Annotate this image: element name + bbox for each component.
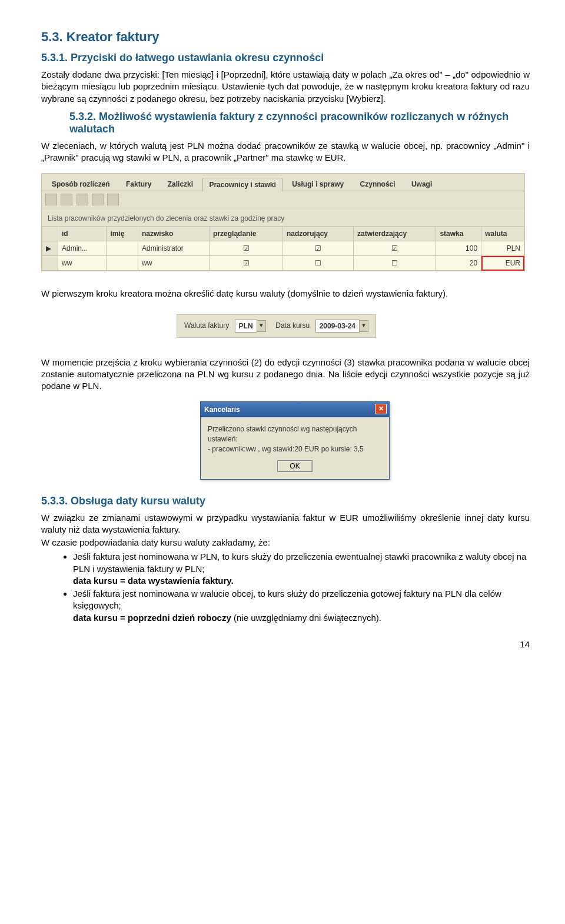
cell-przeg[interactable]: ☑ [210, 241, 283, 256]
dialog-title-text: Kancelaris [204, 406, 240, 414]
tab-bar: Sposób rozliczeń Faktury Zaliczki Pracow… [42, 174, 524, 191]
col-id[interactable]: id [58, 227, 107, 241]
col-przeg[interactable]: przeglądanie [210, 227, 283, 241]
ok-button[interactable]: OK [277, 460, 312, 472]
col-zatw[interactable]: zatwierdzający [354, 227, 436, 241]
rowmark-header [42, 227, 58, 241]
heading-53: 5.3. Kreator faktury [41, 29, 530, 45]
bullet-bold: data kursu = poprzedni dzień roboczy [73, 613, 231, 623]
cancel-icon[interactable] [61, 194, 72, 205]
col-waluta[interactable]: waluta [481, 227, 524, 241]
table-header-row: id imię nazwisko przeglądanie nadzorując… [42, 227, 524, 241]
chevron-down-icon[interactable]: ▼ [257, 320, 266, 332]
cell-imie [107, 241, 138, 256]
col-nazwisko[interactable]: nazwisko [138, 227, 210, 241]
cell-przeg[interactable]: ☑ [210, 256, 283, 271]
col-imie[interactable]: imię [107, 227, 138, 241]
dialog-line1: Przeliczono stawki czynności wg następuj… [208, 424, 382, 444]
bullet-text: Jeśli faktura jest nominowana w PLN, to … [73, 551, 526, 573]
kancelaris-dialog: Kancelaris ✕ Przeliczono stawki czynnośc… [200, 401, 390, 479]
cell-zatw[interactable]: ☑ [354, 241, 436, 256]
cell-waluta: EUR [481, 256, 524, 271]
tab-uwagi[interactable]: Uwagi [405, 177, 438, 191]
tab-sposob[interactable]: Sposób rozliczeń [45, 177, 117, 191]
col-nadz[interactable]: nadzorujący [282, 227, 353, 241]
currency-field[interactable]: PLN [235, 320, 257, 333]
workers-table: id imię nazwisko przeglądanie nadzorując… [42, 226, 524, 271]
list-caption: Lista pracowników przydzielonych do zlec… [42, 208, 524, 226]
panel-toolbar [42, 191, 524, 208]
workers-panel: Sposób rozliczeń Faktury Zaliczki Pracow… [41, 173, 525, 271]
cell-nazwisko: Administrator [138, 241, 210, 256]
date-field[interactable]: 2009-03-24 [315, 320, 360, 333]
page-number: 14 [41, 639, 530, 649]
bullet-list: Jeśli faktura jest nominowana w PLN, to … [41, 551, 530, 624]
dialog-line2: - pracownik:ww , wg stawki:20 EUR po kur… [208, 444, 382, 454]
rowmark-icon: ▶ [42, 241, 58, 256]
close-icon[interactable]: ✕ [375, 404, 387, 414]
col-stawka[interactable]: stawka [436, 227, 481, 241]
cell-stawka: 20 [436, 256, 481, 271]
heading-533: 5.3.3. Obsługa daty kursu waluty [41, 495, 530, 507]
bullet-bold: data kursu = data wystawienia faktury. [73, 576, 234, 586]
table-row[interactable]: ▶ Admin... Administrator ☑ ☑ ☑ 100 PLN [42, 241, 524, 256]
tab-czynnosci[interactable]: Czynności [354, 177, 402, 191]
heading-532: 5.3.2. Możliwość wystawienia faktury z c… [69, 111, 530, 135]
para-after-table: W pierwszym kroku kreatora można określi… [41, 288, 530, 300]
dialog-body: Przeliczono stawki czynności wg następuj… [201, 417, 389, 460]
tab-faktury[interactable]: Faktury [119, 177, 158, 191]
table-row[interactable]: ww ww ☑ ☐ ☐ 20 EUR [42, 256, 524, 271]
cell-nazwisko: ww [138, 256, 210, 271]
ok-icon[interactable] [45, 194, 57, 205]
bullet-tail: (nie uwzględniamy dni świątecznych). [231, 613, 381, 623]
cell-id: ww [58, 256, 107, 271]
list-item: Jeśli faktura jest nominowana w walucie … [73, 588, 530, 624]
cell-nadz[interactable]: ☐ [282, 256, 353, 271]
dialog-title: Kancelaris ✕ [201, 402, 389, 417]
chevron-down-icon[interactable]: ▼ [359, 320, 368, 332]
tab-pracownicy[interactable]: Pracownicy i stawki [202, 178, 282, 191]
label-currency: Waluta faktury [184, 321, 229, 330]
cell-waluta: PLN [481, 241, 524, 256]
delete-icon[interactable] [107, 194, 119, 205]
add-icon[interactable] [92, 194, 104, 205]
heading-531: 5.3.1. Przyciski do łatwego ustawiania o… [41, 52, 530, 64]
cell-id: Admin... [58, 241, 107, 256]
label-date: Data kursu [275, 321, 310, 330]
tab-uslugi[interactable]: Usługi i sprawy [285, 177, 350, 191]
list-item: Jeśli faktura jest nominowana w PLN, to … [73, 551, 530, 587]
cell-stawka: 100 [436, 241, 481, 256]
currency-date-bar: Waluta faktury PLN▼ Data kursu 2009-03-2… [177, 314, 376, 338]
para-after-bar: W momencie przejścia z kroku wybierania … [41, 357, 530, 393]
rowmark-icon [42, 256, 58, 271]
cell-zatw[interactable]: ☐ [354, 256, 436, 271]
copy-icon[interactable] [77, 194, 88, 205]
para-533a: W związku ze zmianami ustawowymi w przyp… [41, 512, 530, 536]
bullet-text: Jeśli faktura jest nominowana w walucie … [73, 589, 501, 610]
para-531: Zostały dodane dwa przyciski: [Ten miesi… [41, 69, 530, 105]
tab-zaliczki[interactable]: Zaliczki [161, 177, 200, 191]
para-532: W zleceniach, w których walutą jest PLN … [41, 140, 530, 164]
cell-nadz[interactable]: ☑ [282, 241, 353, 256]
para-533b: W czasie podpowiadania daty kursu waluty… [41, 537, 530, 549]
cell-imie [107, 256, 138, 271]
